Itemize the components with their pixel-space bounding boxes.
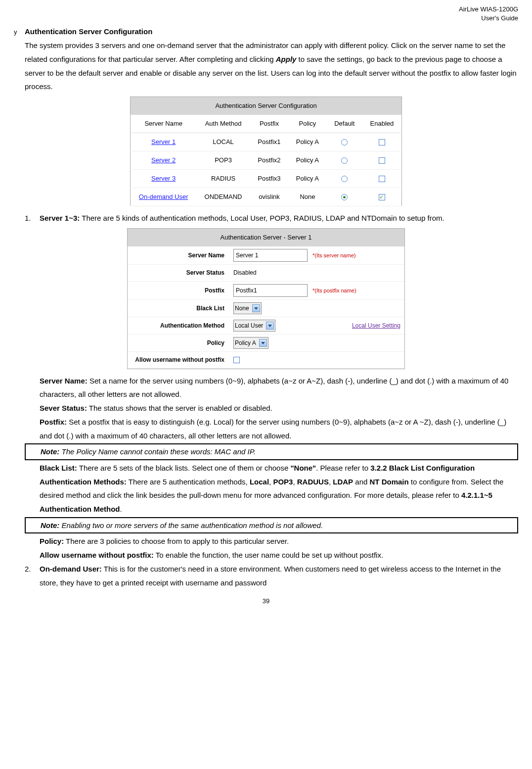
- policy-def: Policy: There are 3 policies to choose f…: [40, 534, 518, 548]
- note2-text: Enabling two or more servers of the same…: [59, 521, 323, 529]
- ol-number: 1.: [25, 211, 40, 225]
- bl-ref: 3.2.2 Black List Configuration: [370, 464, 475, 472]
- allow-without-postfix-checkbox[interactable]: [233, 357, 240, 363]
- col-server-name: Server Name: [131, 115, 197, 133]
- ol-number: 2.: [25, 562, 40, 576]
- am-lead: Authentication Methods:: [40, 478, 127, 486]
- postfix-def-text: Set a postfix that is easy to distinguis…: [40, 418, 506, 440]
- allow-def-text: To enable the function, the user name co…: [154, 551, 383, 559]
- am-c2: ,: [293, 478, 297, 486]
- sever-status-def-text: The status shows that the server is enab…: [87, 404, 272, 412]
- ol-item-2: 2. On-demand User: This is for the custo…: [25, 562, 518, 590]
- policy-label: Policy: [128, 335, 229, 351]
- am-raduus: RADUUS: [297, 478, 329, 486]
- postfix-input[interactable]: Postfix1: [233, 284, 308, 297]
- server-name-hint: *(Its server name): [312, 250, 355, 260]
- am-pop3: POP3: [273, 478, 293, 486]
- bl-seg1: There are 5 sets of the black lists. Sel…: [77, 464, 291, 472]
- cell-postfix: Postfix2: [250, 151, 288, 170]
- server-link[interactable]: Server 2: [151, 156, 176, 164]
- cell-policy: None: [288, 188, 326, 206]
- table-row: Server 2 POP3 Postfix2 Policy A: [131, 151, 402, 170]
- allow-def-lead: Allow username without postfix:: [40, 551, 154, 559]
- chevron-down-icon: [266, 322, 274, 330]
- default-radio[interactable]: [341, 139, 348, 145]
- postfix-def: Postfix: Set a postfix that is easy to d…: [40, 415, 518, 443]
- doc-header-line1: AirLive WIAS-1200G: [14, 5, 518, 14]
- server-link[interactable]: On-demand User: [139, 193, 188, 200]
- postfix-def-lead: Postfix:: [40, 418, 67, 426]
- bl-none: "None": [290, 464, 316, 472]
- note-box-2: Note: Enabling two or more servers of th…: [25, 517, 518, 534]
- policy-def-text: There are 3 policies to choose from to a…: [64, 537, 289, 545]
- note1-lead: Note:: [41, 447, 59, 456]
- local-user-setting-link[interactable]: Local User Setting: [352, 320, 400, 331]
- authmethod-value: Local User: [235, 320, 263, 331]
- postfix-label: Postfix: [128, 283, 229, 298]
- am-ldap: LDAP: [333, 478, 353, 486]
- note2-lead: Note:: [41, 521, 59, 529]
- server-1-3-lead: Server 1~3:: [40, 214, 80, 222]
- doc-header-line2: User's Guide: [14, 14, 518, 23]
- default-radio[interactable]: [341, 176, 348, 182]
- am-local: Local: [250, 478, 269, 486]
- col-default: Default: [327, 115, 362, 133]
- intro-paragraph: The system provides 3 servers and one on…: [25, 39, 518, 94]
- bl-seg2: . Please refer to: [316, 464, 370, 472]
- cell-method: POP3: [196, 151, 250, 170]
- server-link[interactable]: Server 1: [151, 138, 176, 145]
- allow-def: Allow username without postfix: To enabl…: [40, 548, 518, 562]
- server-name-def-text: Set a name for the server using numbers …: [40, 377, 508, 399]
- sever-status-def-lead: Sever Status:: [40, 404, 87, 412]
- doc-header: AirLive WIAS-1200G User's Guide: [14, 5, 518, 23]
- am-and: and: [353, 478, 369, 486]
- col-enabled: Enabled: [362, 115, 402, 133]
- enabled-checkbox[interactable]: [379, 139, 385, 145]
- authmethod-label: Authentication Method: [128, 318, 229, 334]
- enabled-checkbox[interactable]: [379, 157, 385, 164]
- col-policy: Policy: [288, 115, 326, 133]
- policy-value: Policy A: [235, 337, 256, 348]
- policy-select[interactable]: Policy A: [233, 337, 268, 349]
- policy-def-lead: Policy:: [40, 537, 64, 545]
- server-status-label: Server Status: [128, 265, 229, 281]
- server-1-3-text: There are 5 kinds of authentication meth…: [80, 214, 444, 222]
- server-name-def-lead: Server Name:: [40, 377, 88, 385]
- am-seg1: There are 5 authentication methods,: [127, 478, 250, 486]
- bullet-symbol: y: [14, 26, 25, 38]
- cell-method: LOCAL: [196, 133, 250, 151]
- default-radio[interactable]: [341, 194, 348, 200]
- table-row: Server 1 LOCAL Postfix1 Policy A: [131, 133, 402, 151]
- blacklist-label: Black List: [128, 300, 229, 316]
- intro-apply: Apply: [276, 55, 297, 63]
- table-row: Server 3 RADIUS Postfix3 Policy A: [131, 170, 402, 188]
- default-radio[interactable]: [341, 157, 348, 164]
- ol-item-1: 1. Server 1~3: There are 5 kinds of auth…: [25, 211, 518, 225]
- sever-status-def: Sever Status: The status shows that the …: [40, 401, 518, 415]
- note-box-1: Note: The Policy Name cannot contain the…: [25, 443, 518, 460]
- cell-policy: Policy A: [288, 133, 326, 151]
- page-number: 39: [14, 595, 518, 607]
- authmethod-select[interactable]: Local User: [233, 320, 275, 332]
- form-title: Authentication Server - Server 1: [128, 229, 404, 246]
- cell-policy: Policy A: [288, 151, 326, 170]
- server-link[interactable]: Server 3: [151, 175, 176, 182]
- ondemand-lead: On-demand User:: [40, 565, 102, 573]
- cell-postfix: ovislink: [250, 188, 288, 206]
- cell-postfix: Postfix1: [250, 133, 288, 151]
- table-row: On-demand User ONDEMAND ovislink None: [131, 188, 402, 206]
- blacklist-value: None: [235, 303, 249, 314]
- enabled-checkbox[interactable]: [379, 176, 385, 182]
- auth-server-form: Authentication Server - Server 1 Server …: [127, 228, 405, 369]
- server-name-def: Server Name: Set a name for the server u…: [40, 374, 518, 402]
- cell-postfix: Postfix3: [250, 170, 288, 188]
- server-name-input[interactable]: Server 1: [233, 249, 308, 262]
- server-name-label: Server Name: [128, 247, 229, 263]
- authmethods-def: Authentication Methods: There are 5 auth…: [40, 475, 518, 516]
- enabled-checkbox[interactable]: [379, 194, 385, 200]
- allow-without-postfix-label: Allow username without postfix: [128, 352, 229, 368]
- bl-lead: Black List:: [40, 464, 77, 472]
- chevron-down-icon: [259, 339, 267, 347]
- blacklist-select[interactable]: None: [233, 302, 262, 314]
- blacklist-def: Black List: There are 5 sets of the blac…: [40, 461, 518, 475]
